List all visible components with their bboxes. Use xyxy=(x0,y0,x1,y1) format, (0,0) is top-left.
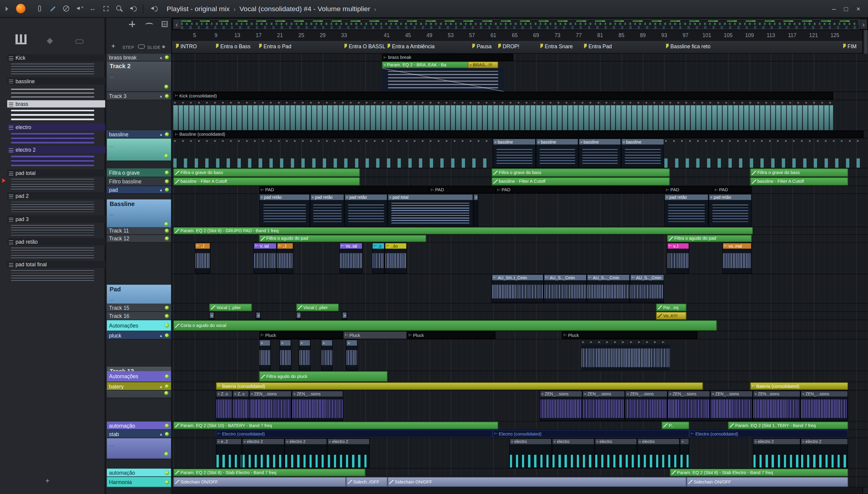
track-header-automa-es[interactable]: Automações xyxy=(107,320,171,331)
clip-pat[interactable]: × xyxy=(346,340,358,370)
slide-indicator-dot[interactable] xyxy=(162,45,165,48)
track-mute-led[interactable] xyxy=(164,154,169,158)
clip-electro[interactable]: ×electro xyxy=(552,438,594,468)
track-header-filtro-bassline[interactable]: Filtro bassline xyxy=(107,177,171,186)
track-lane-vocal[interactable]: ⊢AU_SH..t_Cmin⊢AU_S.._Cmin⊢AU_S..._Cmin⊢… xyxy=(172,274,868,303)
mute-tool-icon[interactable] xyxy=(75,4,84,13)
track-lane-harmonia[interactable]: Sidechain ON/OFFSidech../OFFSidechain ON… xyxy=(172,477,868,487)
pattern-item-pad-total-final[interactable]: pad total final xyxy=(7,261,105,268)
clip-bassline-consolidated[interactable]: ⊢Bassline (consolidated) xyxy=(173,131,864,138)
pattern-item-electro-2[interactable]: electro 2 xyxy=(7,146,105,153)
clip-sidechain-on-off[interactable]: Sidechain ON/OFF xyxy=(687,477,848,487)
track-lane-bateria[interactable]: ×Z..s×Z..s×ZEN_..sions×ZEN_...sions×ZEN_… xyxy=(172,391,868,422)
clip-electro-2[interactable]: ×electro 2 xyxy=(242,438,284,468)
clip-filtra-o-grave-do-bass[interactable]: Filtra o grave do bass xyxy=(173,168,360,177)
clip-zen-sions[interactable]: ×ZEN_...sions xyxy=(710,391,753,421)
clip-l[interactable]: ⊢..l xyxy=(277,243,293,273)
track-lane-track-11[interactable]: Param. EQ 2 (Slot 8) - GRUPO PAD - Band … xyxy=(172,227,868,235)
breadcrumb-selection[interactable]: Vocal (consolidated) #4 - Volume multipl… xyxy=(240,5,370,13)
fl-logo-icon[interactable] xyxy=(16,4,25,13)
track-lane-pluck[interactable]: ⊢Pluck⊢Pluck⊢Pluck⊢Pluck xyxy=(172,331,868,340)
track-lane-brass-break[interactable]: ⊢brass break xyxy=(172,54,868,61)
track-lane-electro[interactable]: ×e..2×electro 2×electro 2×electro 2×elec… xyxy=(172,438,868,469)
track-header-track-11[interactable]: Track 11 xyxy=(107,227,171,235)
clip-electro[interactable]: ×electro xyxy=(509,438,552,468)
clip-electro-consolidated[interactable]: ⊢Electro (consolidated) xyxy=(216,430,492,438)
track-lane-stab[interactable]: ⊢Electro (consolidated)⊢Electro (consoli… xyxy=(172,430,868,438)
clip-sidech-off[interactable]: Sidech../OFF xyxy=(346,477,388,487)
track-mute-led[interactable] xyxy=(164,85,169,89)
breadcrumb-section[interactable]: Playlist - original mix xyxy=(167,5,230,13)
clip-zen-sions[interactable]: ×ZEN_...sions xyxy=(540,391,582,421)
clip-vo-k[interactable]: Vo..K!!! xyxy=(656,312,687,320)
track-lane-track-16[interactable]: ××××Vo..K!!! xyxy=(172,312,868,320)
collapse-arrow-icon[interactable]: ▲ xyxy=(159,132,163,136)
close-button[interactable]: × xyxy=(856,5,860,13)
clip-zen-sions[interactable]: ×ZEN_...sions xyxy=(625,391,668,421)
clip-pat[interactable]: × xyxy=(280,340,292,370)
track-header-automa-o[interactable]: automação xyxy=(107,422,171,430)
track-mute-led[interactable] xyxy=(165,236,169,240)
maximize-button[interactable]: □ xyxy=(844,5,848,13)
track-mute-led[interactable] xyxy=(165,229,169,233)
clip-tex[interactable]: × × × × × × × × × × × × × × × × × xyxy=(581,340,670,370)
pan-tool-icon[interactable] xyxy=(88,4,97,13)
track-header-brass-break[interactable]: brass break▲ xyxy=(107,54,171,61)
track-header-bassline[interactable]: Bassline... xyxy=(107,200,171,229)
clip-pad-ret-o[interactable]: ×pad retão xyxy=(709,194,752,227)
timeline-marker-entra-o-bassl[interactable]: Entra O BASSL xyxy=(344,42,385,49)
collapse-arrow-icon[interactable]: ▲ xyxy=(159,333,163,337)
track-header-track-12[interactable]: Track 12 xyxy=(107,235,171,243)
timeline-marker-pausa[interactable]: Pausa xyxy=(472,42,492,49)
pattern-item-pad-total[interactable]: pad total xyxy=(7,170,105,177)
track-header-pad[interactable]: pad▲ xyxy=(107,186,171,194)
clip-electro-consolidated[interactable]: ⊢Electro (consolidated) xyxy=(493,430,689,438)
track-mute-led[interactable] xyxy=(165,375,169,379)
track-lane-track-2[interactable]: ×Param. EQ 2 - BRA..EAK - Ba×BRAS...!!! xyxy=(172,61,868,92)
pattern-item-bassline[interactable]: bassline xyxy=(7,77,105,85)
clip-filtra-o-agudo-do-pad[interactable]: Filtra o agudo do pad xyxy=(259,235,427,242)
crosshair-tool-icon[interactable] xyxy=(129,21,135,27)
pattern-item-pad-ret-o[interactable]: pad retão xyxy=(7,238,105,246)
clip-pad[interactable]: ⊢PAD xyxy=(664,186,713,193)
timeline-marker-entra-o-pad[interactable]: Entra o Pad xyxy=(259,42,292,49)
clip-electro-consolidated[interactable]: ⊢Electro (consolidated) xyxy=(689,430,848,438)
track-lane-filtro-bassline[interactable]: bassline - Filter A Cutoffbassline - Fil… xyxy=(172,177,868,186)
clip-pad[interactable]: ⊢PAD xyxy=(259,186,429,193)
track-menu-dots[interactable]: ... xyxy=(110,441,169,447)
track-lane-track-13[interactable]: ⊢..l⊢V..tal⊢..l⊢Vo..tal⊢.o⊢..ão⊢v..l⊢vo.… xyxy=(172,243,868,274)
zoom-tool-icon[interactable] xyxy=(115,4,123,13)
clip-vocal-plier[interactable]: Vocal (..plier xyxy=(296,304,339,311)
clip-au-s-cmin[interactable]: ⊢AU_S.._Cmin xyxy=(544,274,587,303)
track-header-harmonia[interactable]: Harmonia xyxy=(107,477,171,487)
clip-bassline[interactable]: ×bassline xyxy=(578,138,621,168)
clip-sidechain-on-off[interactable]: Sidechain ON/OFF xyxy=(388,477,687,487)
track-lane-track-12[interactable]: Filtra o agudo do padFiltra o agudo do p… xyxy=(172,235,868,243)
clip-vocal-plier[interactable]: Vocal (..plier xyxy=(209,304,252,311)
clip-pluck[interactable]: ⊢Pluck xyxy=(259,331,343,339)
track-mute-led[interactable] xyxy=(165,188,169,192)
clip-param-eq-2-slot-8-grupo-pad-band-1-freq[interactable]: Param. EQ 2 (Slot 8) - GRUPO PAD - Band … xyxy=(173,227,753,234)
draw-tool-icon[interactable] xyxy=(49,4,57,13)
clip-zen-sions[interactable]: ×ZEN_...sions xyxy=(668,391,710,421)
track-mute-led[interactable] xyxy=(165,171,169,175)
track-lane-bassline[interactable]: ⊢Bassline (consolidated) xyxy=(172,131,868,138)
add-track-button[interactable]: + xyxy=(111,42,115,50)
clip-zen-sions[interactable]: ×ZEN_..sions xyxy=(249,391,292,421)
clip-zen-sions[interactable]: ×ZEN_...sions xyxy=(292,391,343,421)
clip-pluck[interactable]: ⊢Pluck xyxy=(562,331,697,339)
track-lane-automa-es[interactable]: Filtra agudo do pluck xyxy=(172,371,868,382)
clip-electro-2[interactable]: ×electro 2 xyxy=(327,438,370,468)
track-menu-dots[interactable]: ... xyxy=(110,73,169,78)
clip-pad[interactable]: ⊢PAD xyxy=(429,186,495,193)
timeline-marker-fim[interactable]: FIM xyxy=(843,42,856,49)
track-mute-led[interactable] xyxy=(164,452,169,456)
clip-pad-total[interactable]: ×pad total xyxy=(388,194,473,227)
track-header-filtra-o-grave[interactable]: Filtra o grave xyxy=(107,168,171,177)
track-header-track-16[interactable]: Track 16 xyxy=(107,312,171,320)
track-mute-led[interactable] xyxy=(165,432,169,436)
track-mute-led[interactable] xyxy=(165,314,169,318)
clip-bassline[interactable]: ×bassline xyxy=(621,138,664,168)
select-tool-icon[interactable] xyxy=(102,4,110,13)
timeline-marker-drop[interactable]: DROP! xyxy=(498,42,519,49)
